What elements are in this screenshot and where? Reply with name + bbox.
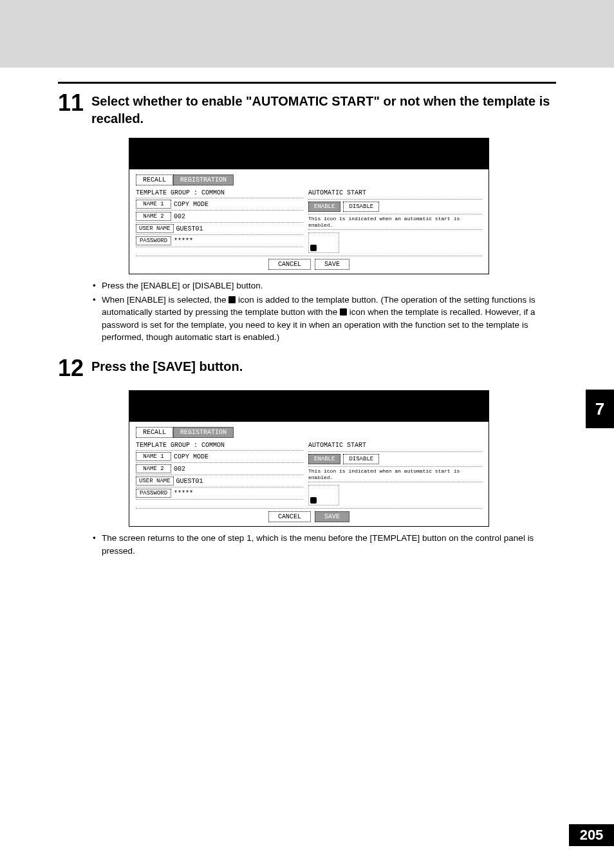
name1-button[interactable]: NAME 1 — [136, 452, 171, 461]
auto-start-icon — [310, 497, 317, 504]
username-button[interactable]: USER NAME — [136, 476, 174, 486]
section-divider — [58, 82, 556, 84]
password-button[interactable]: PASSWORD — [136, 236, 171, 245]
lcd-black-bar — [129, 138, 488, 169]
bullet-item: The screen returns to the one of step 1,… — [93, 532, 556, 557]
cancel-button[interactable]: CANCEL — [268, 511, 311, 522]
lcd-black-bar — [129, 391, 488, 422]
template-preview-box — [308, 232, 339, 253]
tab-recall[interactable]: RECALL — [136, 175, 173, 185]
lcd-screenshot-step12: RECALL REGISTRATION TEMPLATE GROUP : COM… — [129, 390, 489, 527]
name2-button[interactable]: NAME 2 — [136, 212, 171, 221]
save-button[interactable]: SAVE — [315, 259, 349, 270]
disable-button[interactable]: DISABLE — [343, 454, 379, 464]
automatic-start-label: AUTOMATIC START — [308, 440, 482, 452]
step11-bullets: Press the [ENABLE] or [DISABLE] button. … — [93, 279, 556, 344]
bullet-item: Press the [ENABLE] or [DISABLE] button. — [93, 279, 556, 292]
cancel-button[interactable]: CANCEL — [268, 259, 311, 270]
page-header-bar — [0, 0, 614, 68]
step-11: 11 Select whether to enable "AUTOMATIC S… — [58, 91, 556, 344]
bullet-item: When [ENABLE] is selected, the icon is a… — [93, 294, 556, 344]
automatic-start-label: AUTOMATIC START — [308, 188, 482, 200]
step-heading: Select whether to enable "AUTOMATIC STAR… — [91, 91, 556, 127]
step-number: 12 — [58, 357, 85, 380]
tab-recall[interactable]: RECALL — [136, 427, 173, 438]
save-button[interactable]: SAVE — [315, 511, 349, 522]
username-button[interactable]: USER NAME — [136, 224, 174, 233]
chapter-tab: 7 — [586, 390, 614, 428]
template-preview-box — [308, 485, 339, 505]
username-value: GUEST01 — [176, 225, 203, 232]
name2-value: 002 — [174, 213, 185, 220]
auto-start-icon — [340, 308, 347, 316]
step-12: 12 Press the [SAVE] button. RECALL REGIS… — [58, 357, 556, 557]
name1-value: COPY MODE — [174, 453, 209, 460]
template-group-line: TEMPLATE GROUP : COMMON — [136, 440, 303, 451]
username-value: GUEST01 — [176, 478, 203, 485]
tab-registration[interactable]: REGISTRATION — [173, 175, 234, 185]
name1-button[interactable]: NAME 1 — [136, 200, 171, 209]
password-button[interactable]: PASSWORD — [136, 489, 171, 498]
lcd-screenshot-step11: RECALL REGISTRATION TEMPLATE GROUP : COM… — [129, 138, 489, 274]
step-number: 11 — [58, 91, 85, 115]
name2-button[interactable]: NAME 2 — [136, 464, 171, 473]
auto-start-hint: This icon is indicated when an automatic… — [308, 214, 482, 230]
enable-button[interactable]: ENABLE — [308, 202, 340, 212]
auto-start-hint: This icon is indicated when an automatic… — [308, 467, 482, 482]
step-heading: Press the [SAVE] button. — [91, 357, 243, 375]
auto-start-icon — [228, 296, 236, 303]
page-number: 205 — [569, 824, 614, 846]
password-value: ***** — [174, 238, 193, 245]
template-group-line: TEMPLATE GROUP : COMMON — [136, 188, 303, 198]
step12-bullets: The screen returns to the one of step 1,… — [93, 532, 556, 557]
enable-button[interactable]: ENABLE — [308, 454, 340, 464]
name1-value: COPY MODE — [174, 201, 209, 208]
tab-registration[interactable]: REGISTRATION — [173, 427, 234, 438]
disable-button[interactable]: DISABLE — [343, 202, 379, 212]
name2-value: 002 — [174, 466, 185, 473]
password-value: ***** — [174, 490, 193, 497]
auto-start-icon — [310, 245, 317, 251]
